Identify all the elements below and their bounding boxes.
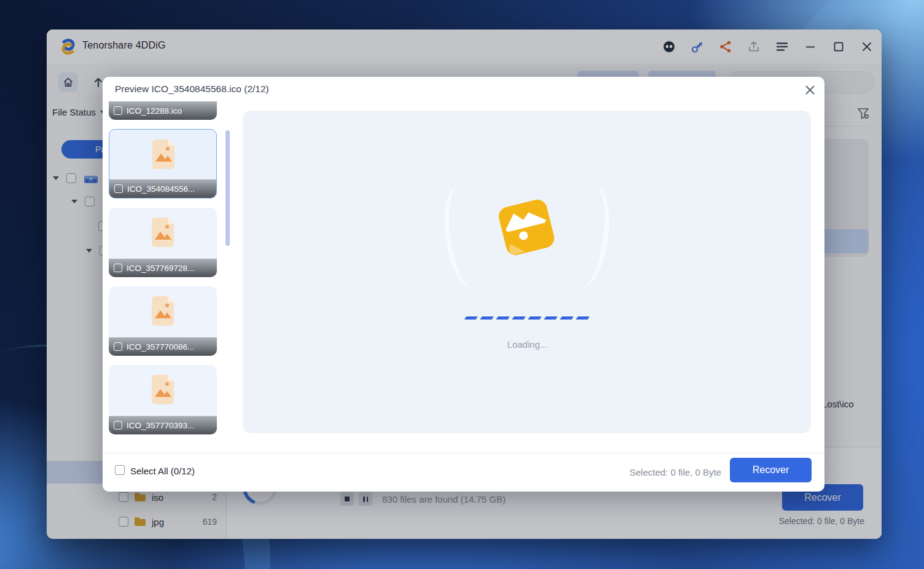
loading-label: Loading... [465, 339, 590, 350]
prev-arrow[interactable] [439, 182, 496, 291]
file-name: ICO_357770086... [127, 342, 194, 351]
preview-pane: Loading... [243, 111, 811, 433]
file-name: ICO_357770393... [127, 421, 194, 430]
image-file-icon [149, 216, 176, 248]
dialog-title: Preview ICO_3540845568.ico (2/12) [115, 84, 269, 95]
file-card-label-bar: ICO_354084556... [109, 179, 216, 198]
loading-progress-dashes [464, 316, 591, 320]
file-card[interactable]: ICO_357769728... [109, 208, 217, 277]
next-arrow[interactable] [558, 182, 616, 291]
recover-button[interactable]: Recover [730, 458, 812, 482]
file-name: ICO_12288.ico [127, 106, 182, 116]
file-card-label-bar: ICO_357769728... [109, 259, 217, 277]
file-checkbox[interactable] [114, 264, 122, 272]
file-card-label-bar: ICO_357770086... [109, 337, 217, 356]
image-placeholder-icon [495, 196, 558, 259]
file-checkbox[interactable] [114, 106, 122, 115]
file-checkbox[interactable] [114, 421, 122, 430]
image-file-icon [149, 374, 176, 406]
dialog-footer: Select All (0/12) Selected: 0 file, 0 By… [103, 453, 824, 492]
file-card-label-bar: ICO_357770393... [109, 416, 217, 434]
file-name: ICO_357769728... [127, 264, 194, 273]
file-checkbox[interactable] [114, 184, 123, 193]
image-file-icon [150, 138, 177, 170]
file-card-label-bar: ICO_12288.ico [109, 101, 217, 120]
dialog-close-button[interactable] [802, 82, 818, 98]
preview-file-list: ICO_12288.ico ICO_354084556... [109, 101, 225, 453]
selected-summary: Selected: 0 file, 0 Byte [630, 467, 721, 477]
file-checkbox[interactable] [114, 342, 122, 351]
list-scrollbar[interactable] [225, 130, 230, 246]
image-file-icon [149, 295, 176, 327]
select-all-checkbox[interactable] [115, 465, 125, 475]
file-card-selected[interactable]: ICO_354084556... [109, 129, 217, 198]
preview-dialog: Preview ICO_3540845568.ico (2/12) ICO_12… [103, 77, 824, 492]
file-card[interactable]: ICO_12288.ico [109, 101, 217, 120]
file-card[interactable]: ICO_357770393... [109, 365, 217, 434]
select-all-label: Select All (0/12) [130, 466, 195, 476]
file-card[interactable]: ICO_357770086... [109, 286, 217, 356]
file-name: ICO_354084556... [127, 184, 195, 194]
